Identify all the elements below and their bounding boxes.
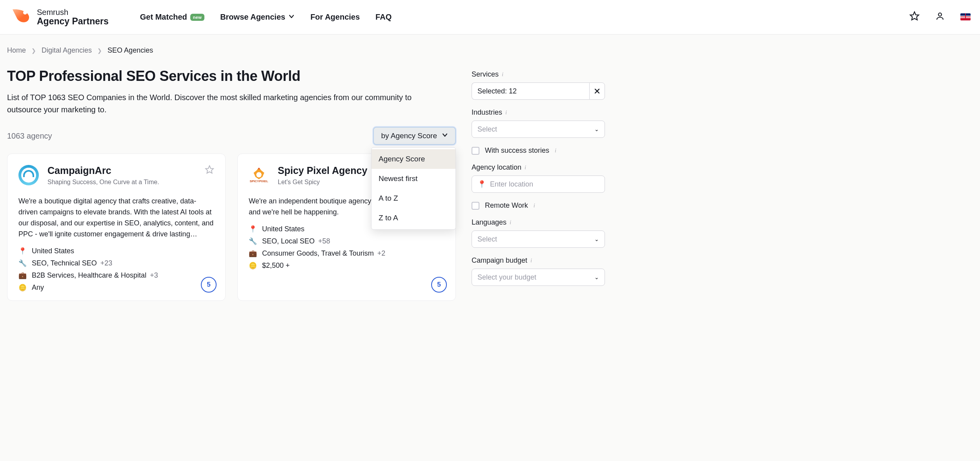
logo-text: Semrush Agency Partners	[37, 8, 109, 26]
industries-select[interactable]: Select ⌄	[472, 121, 605, 138]
chevron-right-icon: ❯	[97, 48, 102, 54]
agency-industries: B2B Services, Healthcare & Hospital	[32, 271, 146, 279]
chevron-down-icon: ⌄	[594, 126, 599, 132]
sort-dropdown[interactable]: by Agency Score	[373, 127, 456, 145]
filters-sidebar: Services i Selected: 12 Industries i	[472, 68, 605, 301]
nav-get-matched-label: Get Matched	[140, 13, 187, 22]
breadcrumb: Home ❯ Digital Agencies ❯ SEO Agencies	[7, 46, 605, 55]
language-flag-icon[interactable]	[960, 12, 971, 23]
services-select-value: Selected: 12	[477, 87, 517, 95]
agency-tagline: Shaping Success, One Curve at a Time.	[47, 179, 196, 186]
header-actions	[909, 11, 971, 24]
budget-select[interactable]: Select your budget ⌄	[472, 269, 605, 286]
location-input-wrap: 📍	[472, 176, 605, 193]
svg-marker-3	[206, 166, 213, 173]
filter-industries-label: Industries i	[472, 108, 605, 117]
wrench-icon: 🔧	[18, 259, 26, 267]
info-icon[interactable]: i	[505, 109, 507, 116]
agency-budget-row: 🪙 $2,500 +	[249, 262, 444, 270]
favorite-icon[interactable]	[205, 165, 214, 177]
agency-budget: $2,500 +	[262, 262, 290, 270]
favorites-icon[interactable]	[909, 11, 920, 24]
success-stories-checkbox[interactable]: With success stories i	[472, 146, 605, 155]
badge-new: new	[190, 14, 204, 21]
svg-marker-1	[910, 12, 919, 20]
nav-for-agencies[interactable]: For Agencies	[310, 13, 360, 22]
breadcrumb-home[interactable]: Home	[7, 46, 26, 55]
breadcrumb-digital-agencies[interactable]: Digital Agencies	[42, 46, 92, 55]
pin-icon: 📍	[249, 225, 257, 233]
coins-icon: 🪙	[249, 262, 257, 270]
main-nav: Get Matched new Browse Agencies For Agen…	[140, 13, 392, 22]
clear-services-button[interactable]	[589, 82, 605, 100]
info-icon[interactable]: i	[534, 202, 535, 209]
filter-location-label: Agency location i	[472, 163, 605, 172]
agency-card[interactable]: CampaignArc Shaping Success, One Curve a…	[7, 154, 226, 301]
nav-get-matched[interactable]: Get Matched new	[140, 13, 204, 22]
pin-icon: 📍	[477, 180, 486, 188]
agency-industries-row: 💼 Consumer Goods, Travel & Tourism +2	[249, 249, 444, 258]
agency-industries-row: 💼 B2B Services, Healthcare & Hospital +3	[18, 271, 214, 280]
sort-option-a-z[interactable]: A to Z	[372, 188, 455, 208]
page-subtitle: List of TOP 1063 SEO Companies in the Wo…	[7, 91, 431, 116]
sort-option-newest[interactable]: Newest first	[372, 169, 455, 188]
nav-faq-label: FAQ	[375, 13, 392, 22]
remote-work-checkbox[interactable]: Remote Work i	[472, 201, 605, 210]
account-icon[interactable]	[935, 11, 945, 23]
svg-point-0	[23, 11, 27, 15]
filter-languages-label: Languages i	[472, 218, 605, 227]
checkbox-icon	[472, 202, 479, 210]
languages-select-placeholder: Select	[477, 235, 497, 243]
nav-browse-agencies[interactable]: Browse Agencies	[220, 13, 295, 22]
svg-point-2	[938, 13, 942, 16]
remote-work-label: Remote Work	[485, 201, 528, 210]
coins-icon: 🪙	[18, 284, 26, 292]
agency-logo-icon: SPICYPIXEL	[249, 165, 269, 185]
filter-budget-label: Campaign budget i	[472, 256, 605, 265]
agency-industries-more: +3	[150, 271, 158, 279]
info-icon[interactable]: i	[510, 219, 511, 226]
agency-services: SEO, Local SEO	[262, 237, 315, 245]
logo-mark	[9, 5, 33, 29]
languages-select[interactable]: Select ⌄	[472, 231, 605, 248]
briefcase-icon: 💼	[249, 249, 257, 258]
industries-select-placeholder: Select	[477, 125, 497, 134]
nav-faq[interactable]: FAQ	[375, 13, 392, 22]
agency-budget-row: 🪙 Any	[18, 284, 214, 292]
chevron-right-icon: ❯	[31, 48, 36, 54]
agency-location: United States	[32, 247, 74, 255]
chevron-down-icon	[442, 132, 448, 140]
agency-services: SEO, Technical SEO	[32, 259, 97, 267]
agency-score-badge: 5	[431, 277, 447, 293]
info-icon[interactable]: i	[525, 164, 526, 171]
info-icon[interactable]: i	[555, 147, 556, 154]
sort-menu: Agency Score Newest first A to Z Z to A	[371, 147, 456, 230]
info-icon[interactable]: i	[530, 257, 532, 264]
agency-score-badge: 5	[201, 277, 217, 293]
chevron-down-icon	[288, 13, 295, 22]
agency-industries-more: +2	[377, 249, 386, 257]
chevron-down-icon: ⌄	[594, 236, 599, 242]
sort-option-agency-score[interactable]: Agency Score	[372, 149, 455, 169]
wrench-icon: 🔧	[249, 237, 257, 245]
agency-location-row: 📍 United States	[18, 247, 214, 255]
sort-option-z-a[interactable]: Z to A	[372, 208, 455, 228]
filter-services-label: Services i	[472, 70, 605, 79]
agency-industries: Consumer Goods, Travel & Tourism	[262, 249, 374, 257]
services-select[interactable]: Selected: 12	[472, 82, 589, 100]
agency-budget: Any	[32, 284, 44, 292]
agency-description: We're a boutique digital agency that cra…	[18, 196, 214, 240]
nav-for-agencies-label: For Agencies	[310, 13, 360, 22]
agency-location: United States	[262, 225, 304, 233]
agency-services-more: +23	[100, 259, 113, 267]
briefcase-icon: 💼	[18, 271, 26, 280]
info-icon[interactable]: i	[502, 71, 503, 78]
location-input[interactable]	[490, 180, 599, 188]
nav-browse-label: Browse Agencies	[220, 13, 285, 22]
budget-select-placeholder: Select your budget	[477, 273, 536, 282]
header: Semrush Agency Partners Get Matched new …	[0, 0, 980, 35]
brand-line1: Semrush	[37, 8, 109, 16]
pin-icon: 📍	[18, 247, 26, 255]
logo[interactable]: Semrush Agency Partners	[9, 5, 109, 29]
agency-logo-icon	[18, 165, 39, 185]
